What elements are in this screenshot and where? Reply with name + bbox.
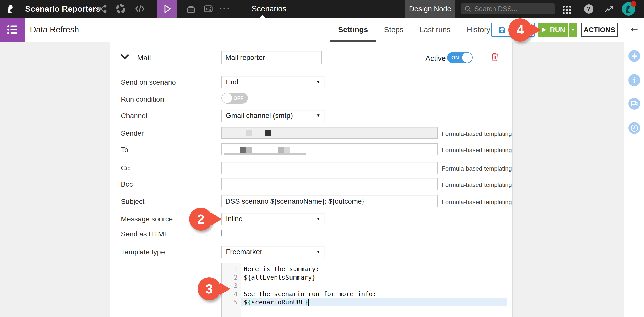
design-node-badge[interactable]: Design Node: [405, 0, 455, 18]
info-icon[interactable]: i: [628, 74, 640, 86]
text-cursor: [308, 299, 309, 306]
subject-label: Subject: [121, 197, 144, 206]
tab-last-runs[interactable]: Last runs: [411, 18, 459, 42]
dataiku-logo-icon[interactable]: [4, 0, 18, 18]
redacted-content: [246, 147, 252, 153]
search-input[interactable]: [474, 5, 545, 13]
message-source-value: Inline: [226, 215, 243, 223]
flow-icon[interactable]: [95, 0, 109, 18]
annotation-step-4: 4: [508, 18, 532, 42]
code-line[interactable]: ${scenarioRunURL}: [241, 298, 507, 306]
run-label: RUN: [550, 26, 565, 34]
line-number: 5: [222, 299, 241, 306]
annotation-step-2: 2: [189, 208, 212, 231]
top-navbar: Scenario Reporters ··· Scenarios Design …: [0, 0, 644, 18]
cc-label: Cc: [121, 164, 130, 172]
cc-input[interactable]: [221, 162, 438, 174]
section-title: Mail: [137, 54, 151, 62]
code-line[interactable]: [241, 282, 507, 290]
code-icon[interactable]: [133, 0, 147, 18]
collapse-panel-arrow[interactable]: ←: [624, 21, 644, 34]
send-on-scenario-value: End: [226, 78, 238, 86]
search-bar[interactable]: [461, 3, 555, 14]
code-line[interactable]: ${allEventsSummary}: [241, 273, 507, 282]
active-label: Active: [425, 54, 446, 63]
send-on-scenario-select[interactable]: End ▼: [221, 76, 325, 88]
run-condition-label: Run condition: [121, 95, 164, 103]
bcc-label: Bcc: [121, 180, 133, 188]
run-condition-toggle[interactable]: OFF: [221, 93, 248, 104]
notebook-icon[interactable]: [201, 0, 216, 18]
code-line[interactable]: Here is the summary:: [241, 265, 507, 273]
code-line[interactable]: See the scenario run for more info:: [241, 290, 507, 298]
collapse-chevron-icon[interactable]: [121, 54, 129, 61]
scenario-list-icon[interactable]: [0, 18, 25, 42]
bcc-input[interactable]: [221, 178, 438, 190]
redacted-content: [224, 153, 306, 155]
template-type-select[interactable]: Freemarker ▼: [221, 246, 325, 258]
template-type-label: Template type: [121, 248, 165, 256]
subject-hint: Formula-based templating: [442, 199, 512, 206]
editor-line: 1Here is the summary:: [222, 265, 507, 273]
apps-grid-icon[interactable]: [563, 6, 573, 16]
more-icon[interactable]: ···: [218, 0, 232, 18]
active-section-caret: [260, 15, 265, 18]
run-play-icon: [541, 27, 547, 33]
message-source-label: Message source: [121, 215, 173, 223]
save-icon: [498, 26, 506, 34]
reporter-card-divider: [116, 46, 507, 46]
chevron-down-icon: ▼: [316, 113, 320, 118]
subject-input[interactable]: [221, 195, 438, 207]
add-icon[interactable]: +: [628, 50, 640, 62]
sender-input[interactable]: [221, 127, 438, 139]
to-hint: Formula-based templating: [442, 147, 512, 154]
delete-reporter-icon[interactable]: [491, 52, 499, 63]
editor-line: 4See the scenario run for more info:: [222, 290, 507, 298]
channel-select[interactable]: Gmail channel (smtp) ▼: [221, 110, 325, 122]
line-number: 2: [222, 274, 241, 281]
redacted-content: [240, 147, 246, 153]
dss-scenario-reporter-page: Scenario Reporters ··· Scenarios Design …: [0, 0, 644, 317]
toggle-on-label: ON: [451, 55, 459, 61]
catalog-icon[interactable]: [113, 0, 128, 18]
breadcrumb-section[interactable]: Scenarios: [252, 0, 286, 18]
reporter-name-input[interactable]: [221, 51, 322, 64]
chevron-down-icon: ▼: [316, 216, 320, 221]
search-icon: [464, 5, 471, 12]
to-label: To: [121, 146, 128, 154]
tab-settings[interactable]: Settings: [330, 18, 376, 42]
app-title: Scenario Reporters: [25, 0, 101, 18]
page-title: Data Refresh: [30, 18, 79, 42]
sender-hint: Formula-based templating: [442, 130, 512, 137]
tab-bar: SettingsStepsLast runsHistory: [330, 18, 498, 42]
channel-label: Channel: [121, 112, 147, 120]
notification-dot: [631, 1, 636, 7]
redacted-content: [224, 147, 306, 147]
chevron-down-icon: ▼: [316, 80, 320, 85]
jobs-icon[interactable]: [184, 0, 198, 18]
cc-hint: Formula-based templating: [442, 165, 512, 172]
sender-label: Sender: [121, 129, 144, 137]
send-as-html-checkbox[interactable]: [221, 230, 228, 236]
run-dropdown-button[interactable]: ▼: [569, 23, 577, 37]
active-toggle[interactable]: ON: [447, 52, 473, 63]
bcc-hint: Formula-based templating: [442, 181, 512, 188]
actions-button[interactable]: ACTIONS: [581, 23, 618, 37]
editor-line: 5${scenarioRunURL}: [222, 298, 507, 306]
toggle-knob: [462, 53, 472, 63]
trend-icon[interactable]: [604, 5, 614, 15]
scenarios-nav-icon-active[interactable]: [157, 0, 177, 18]
editor-line: 3: [222, 282, 507, 290]
discussions-icon[interactable]: [628, 98, 640, 110]
annotation-step-3: 3: [198, 277, 221, 300]
run-button[interactable]: RUN: [538, 23, 568, 37]
right-sidebar: ← + i: [624, 18, 644, 317]
redacted-content: [278, 147, 284, 153]
help-icon[interactable]: ?: [584, 4, 593, 14]
redacted-content: [246, 130, 252, 136]
message-source-select[interactable]: Inline ▼: [221, 213, 325, 225]
timeline-icon[interactable]: [628, 122, 640, 134]
redacted-content: [284, 147, 290, 153]
message-template-editor[interactable]: 1Here is the summary:2${allEventsSummary…: [221, 263, 507, 317]
tab-steps[interactable]: Steps: [376, 18, 411, 42]
